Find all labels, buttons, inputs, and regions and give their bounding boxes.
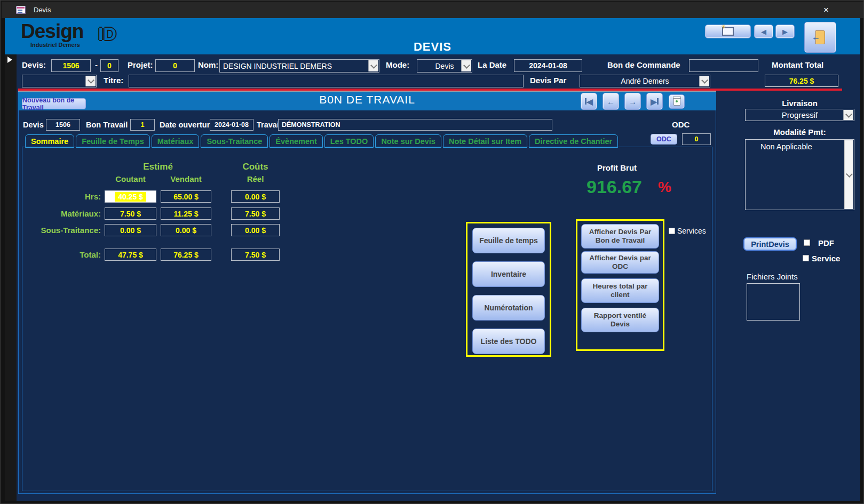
chevron-down-icon[interactable] (843, 110, 853, 120)
materiaux-vendant-input[interactable]: 11.25 $ (161, 207, 211, 220)
bt-date-value[interactable]: 2024-01-08 (210, 119, 253, 131)
pdf-label: PDF (818, 238, 834, 247)
couts-header: Coûts (231, 162, 280, 172)
listbox-scrollbar[interactable] (844, 140, 853, 209)
nom-label: Nom: (198, 60, 218, 69)
arrow-right-icon: → (629, 98, 637, 106)
next-icon: ▶ (782, 28, 788, 35)
tab-sommaire[interactable]: Sommaire (25, 134, 74, 148)
odc-count-value[interactable]: 0 (682, 133, 711, 145)
devis-window: Devis × Design ID Industriel Demers DEVI… (0, 0, 864, 504)
record-selector-strip (5, 54, 17, 501)
devis-par-combobox[interactable]: André Demers (580, 75, 710, 87)
inventaire-button[interactable]: Inventaire (472, 261, 545, 287)
total-vendant-value: 76.25 $ (161, 249, 211, 261)
numerotation-button[interactable]: Numérotation (472, 295, 545, 321)
mode-combobox[interactable]: Devis (417, 59, 472, 73)
logo-text: Design (21, 20, 83, 43)
la-date-input[interactable]: 2024-01-08 (514, 59, 582, 72)
chevron-down-icon[interactable] (699, 76, 709, 86)
hrs-row-label: Hrs: (22, 192, 101, 201)
bt-bon-label: Bon Travail (86, 121, 128, 129)
last-record-button[interactable]: ▶ (646, 93, 663, 110)
bon-commande-label: Bon de Commande (607, 60, 680, 69)
exit-button[interactable]: ← (804, 22, 836, 53)
print-devis-button[interactable]: PrintDevis (743, 237, 797, 251)
tab-les-todo[interactable]: Les TODO (324, 134, 374, 148)
sous-traitance-reel-input[interactable]: 0.00 $ (231, 224, 280, 236)
estime-header: Estimé (105, 162, 211, 172)
sous-traitance-vendant-input[interactable]: 0.00 $ (161, 224, 211, 236)
odc-label: ODC (672, 120, 689, 129)
bt-devis-label: Devis (23, 121, 44, 129)
modalite-pmt-label: Modalité Pmt: (745, 127, 854, 137)
total-reel-value: 7.50 $ (231, 249, 280, 261)
fichiers-joints-box[interactable] (747, 283, 800, 321)
next-bon-button[interactable]: → (624, 93, 641, 110)
liste-des-todo-button[interactable]: Liste des TODO (472, 329, 545, 354)
bt-date-label: Date ouverture (160, 121, 214, 129)
sous-traitance-coutant-input[interactable]: 0.00 $ (105, 224, 156, 236)
chevron-down-icon[interactable] (461, 60, 471, 71)
fichiers-joints-label: Fichiers Joints (747, 272, 798, 281)
tab-evenement[interactable]: Évènement (269, 134, 322, 148)
vendant-header: Vendant (161, 174, 211, 183)
previous-record-button[interactable]: ◀ (754, 25, 773, 38)
last-record-icon: ▶ (651, 98, 659, 106)
new-record-button[interactable]: ✳ (705, 25, 751, 38)
exit-door-icon: ← (815, 30, 825, 44)
close-icon[interactable]: × (814, 2, 838, 18)
bt-bon-value[interactable]: 1 (130, 119, 155, 131)
heures-total-par-client-button[interactable]: Heures total par client (581, 278, 659, 303)
materiaux-coutant-input[interactable]: 7.50 $ (105, 207, 156, 220)
afficher-devis-par-odc-button[interactable]: Afficher Devis par ODC (581, 251, 659, 274)
tab-directive-de-chantier[interactable]: Directive de Chantier (529, 134, 618, 148)
nom-combobox[interactable]: DESIGN INDUSTRIEL DEMERS (219, 59, 379, 73)
rapport-ventile-devis-button[interactable]: Rapport ventilé Devis (581, 308, 659, 332)
first-record-button[interactable]: ◀ (581, 93, 597, 110)
tab-sous-traitance[interactable]: Sous-Traitance (201, 134, 268, 148)
bon-commande-input[interactable] (689, 59, 758, 72)
mode-label: Mode: (386, 60, 409, 69)
odc-button[interactable]: ODC (651, 134, 677, 145)
previous-bon-button[interactable]: ← (603, 93, 619, 110)
pdf-checkbox[interactable] (804, 239, 810, 246)
services-checkbox[interactable] (669, 228, 675, 234)
modalite-pmt-listbox[interactable]: Non Applicable (745, 139, 854, 210)
bt-travail-input[interactable]: DÉMONSTRATION (278, 119, 552, 131)
chevron-down-icon[interactable] (368, 60, 378, 71)
delete-record-button[interactable] (669, 94, 685, 109)
chevron-down-icon[interactable] (85, 76, 96, 86)
tab-note-detail-sur-item[interactable]: Note Détail sur Item (443, 134, 527, 148)
materiaux-reel-input[interactable]: 7.50 $ (231, 207, 280, 220)
next-record-button[interactable]: ▶ (775, 25, 795, 38)
tab-materiaux[interactable]: Matériaux (152, 134, 200, 148)
first-record-icon: ◀ (585, 98, 593, 106)
modalite-pmt-value[interactable]: Non Applicable (760, 142, 812, 151)
titre-input[interactable] (129, 75, 524, 87)
feuille-de-temps-button[interactable]: Feuille de temps (472, 228, 545, 253)
type-combobox[interactable] (22, 75, 97, 87)
livraison-combobox[interactable]: Progressif (745, 109, 854, 121)
hrs-coutant-input[interactable]: 40.25 $ (105, 190, 156, 203)
hrs-vendant-input[interactable]: 65.00 $ (161, 190, 211, 203)
header-band: Design ID Industriel Demers DEVIS ✳ ◀ ▶ … (5, 18, 860, 54)
devis-number-input[interactable]: 1506 (51, 59, 91, 72)
service-label: Service (812, 254, 840, 263)
devis-label: Devis: (22, 60, 46, 69)
afficher-devis-par-bon-button[interactable]: Afficher Devis Par Bon de Travail (581, 224, 659, 249)
tab-note-sur-devis[interactable]: Note sur Devis (375, 134, 441, 148)
devis-suffix-input[interactable]: 0 (100, 59, 118, 72)
materiaux-row-label: Matériaux: (22, 209, 101, 218)
projet-input[interactable]: 0 (155, 59, 195, 72)
service-checkbox[interactable] (803, 255, 809, 261)
tab-feuille-de-temps[interactable]: Feuille de Temps (76, 134, 150, 148)
record-selector-icon (7, 57, 12, 63)
titre-label: Titre: (104, 76, 123, 85)
arrow-left-icon: ← (607, 98, 615, 106)
hrs-reel-input[interactable]: 0.00 $ (231, 190, 280, 203)
tab-bar: Sommaire Feuille de Temps Matériaux Sous… (25, 134, 618, 148)
livraison-label: Livraison (745, 99, 854, 108)
trash-icon (673, 98, 680, 106)
bt-devis-value[interactable]: 1506 (46, 119, 80, 131)
